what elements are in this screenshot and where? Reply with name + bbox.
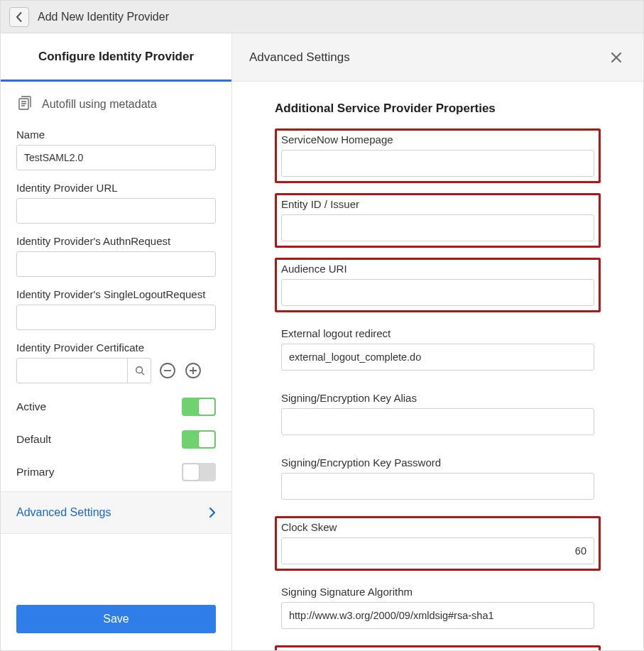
cert-remove-button[interactable] [158, 361, 177, 380]
save-button[interactable]: Save [16, 605, 216, 633]
authn-group: Identity Provider's AuthnRequest [1, 231, 231, 284]
cert-input-wrap [16, 358, 151, 383]
name-input[interactable] [16, 145, 216, 170]
external-logout-label: External logout redirect [281, 327, 594, 339]
default-toggle[interactable] [182, 430, 216, 449]
sidebar-header: Configure Identity Provider [1, 33, 231, 82]
app-window: Add New Identity Provider Configure Iden… [0, 0, 644, 651]
advanced-settings-label: Advanced Settings [16, 506, 111, 519]
homepage-field: ServiceNow Homepage [275, 128, 601, 183]
minus-circle-icon [159, 362, 176, 379]
idp-url-input[interactable] [16, 198, 216, 224]
audience-uri-input[interactable] [281, 279, 594, 306]
section-title: Additional Service Provider Properties [275, 102, 601, 116]
slo-label: Identity Provider's SingleLogoutRequest [16, 288, 216, 300]
clock-skew-field: Clock Skew [275, 516, 601, 571]
name-label: Name [16, 128, 216, 141]
audience-uri-label: Audience URI [281, 263, 594, 275]
key-alias-field: Signing/Encryption Key Alias [275, 387, 601, 442]
slo-group: Identity Provider's SingleLogoutRequest [1, 284, 231, 337]
primary-toggle-row: Primary [1, 456, 231, 488]
homepage-label: ServiceNow Homepage [281, 133, 594, 146]
main-panel: Advanced Settings Additional Service Pro… [232, 33, 643, 650]
cert-add-button[interactable] [184, 361, 202, 380]
primary-toggle[interactable] [182, 463, 216, 481]
body: Configure Identity Provider Autofill usi… [1, 33, 643, 650]
close-button[interactable] [606, 48, 626, 67]
user-field-field: User Field [275, 645, 601, 650]
cert-group: Identity Provider Certificate [1, 337, 231, 390]
toggle-knob [183, 464, 199, 480]
cert-lookup-button[interactable] [127, 358, 151, 383]
titlebar: Add New Identity Provider [1, 1, 643, 33]
cert-label: Identity Provider Certificate [16, 341, 216, 354]
sig-alg-input[interactable] [281, 602, 594, 629]
main-title: Advanced Settings [249, 50, 350, 65]
idp-url-group: Identity Provider URL [1, 177, 231, 231]
main-body: Additional Service Provider Properties S… [232, 82, 643, 650]
sidebar-footer: Save [1, 588, 231, 650]
cert-row [16, 358, 216, 383]
key-password-label: Signing/Encryption Key Password [281, 456, 594, 469]
entity-id-field: Entity ID / Issuer [275, 193, 601, 248]
document-stack-icon [16, 94, 33, 114]
entity-id-label: Entity ID / Issuer [281, 198, 594, 210]
key-alias-label: Signing/Encryption Key Alias [281, 392, 594, 404]
external-logout-input[interactable] [281, 344, 594, 371]
clock-skew-input[interactable] [281, 537, 594, 564]
toggle-knob [199, 399, 214, 415]
clock-skew-label: Clock Skew [281, 521, 594, 533]
sig-alg-field: Signing Signature Algorithm [275, 581, 601, 635]
chevron-left-icon [16, 12, 23, 22]
key-password-field: Signing/Encryption Key Password [275, 452, 601, 506]
audience-uri-field: Audience URI [275, 258, 601, 312]
active-toggle[interactable] [182, 398, 216, 416]
page-title: Add New Identity Provider [38, 11, 169, 23]
search-icon [135, 366, 145, 376]
homepage-input[interactable] [281, 150, 594, 177]
back-button[interactable] [9, 7, 29, 27]
default-toggle-row: Default [1, 423, 231, 456]
authn-input[interactable] [16, 251, 216, 277]
autofill-label: Autofill using metadata [42, 98, 157, 111]
entity-id-input[interactable] [281, 214, 594, 241]
external-logout-field: External logout redirect [275, 322, 601, 377]
authn-label: Identity Provider's AuthnRequest [16, 235, 216, 247]
key-alias-input[interactable] [281, 408, 594, 435]
idp-url-label: Identity Provider URL [16, 182, 216, 194]
name-field-group: Name [1, 124, 231, 177]
sig-alg-label: Signing Signature Algorithm [281, 586, 594, 598]
default-label: Default [16, 433, 51, 446]
autofill-metadata-button[interactable]: Autofill using metadata [1, 82, 231, 124]
chevron-right-icon [209, 507, 216, 518]
svg-point-1 [136, 367, 142, 373]
advanced-settings-link[interactable]: Advanced Settings [1, 491, 231, 534]
active-toggle-row: Active [1, 390, 231, 423]
sidebar-content: Autofill using metadata Name Identity Pr… [1, 82, 231, 588]
active-label: Active [16, 400, 46, 413]
sidebar: Configure Identity Provider Autofill usi… [1, 33, 232, 650]
plus-circle-icon [185, 362, 202, 379]
primary-label: Primary [16, 466, 54, 478]
toggle-knob [199, 432, 214, 447]
close-icon [610, 51, 623, 64]
slo-input[interactable] [16, 305, 216, 330]
key-password-input[interactable] [281, 473, 594, 500]
main-header: Advanced Settings [232, 33, 643, 82]
